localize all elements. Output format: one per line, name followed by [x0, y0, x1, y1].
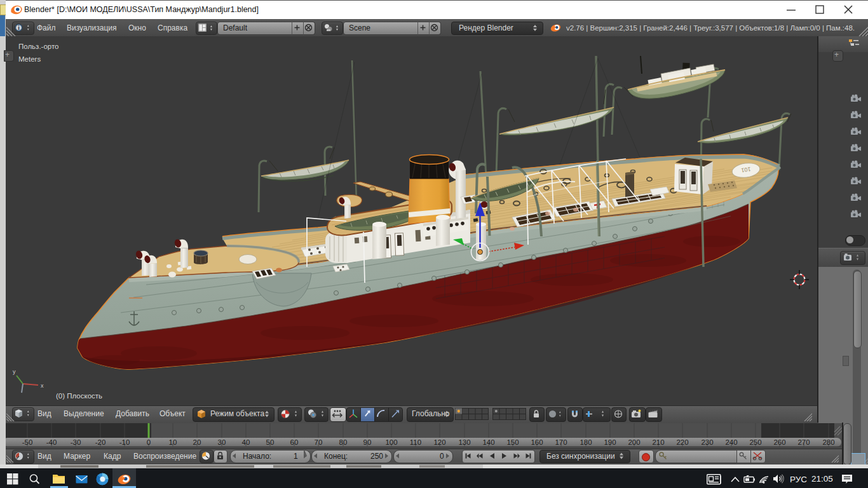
- svg-text:101: 101: [741, 166, 751, 173]
- svg-text:i: i: [18, 24, 20, 31]
- svg-text:y: y: [13, 369, 16, 375]
- svg-text:x: x: [41, 383, 44, 389]
